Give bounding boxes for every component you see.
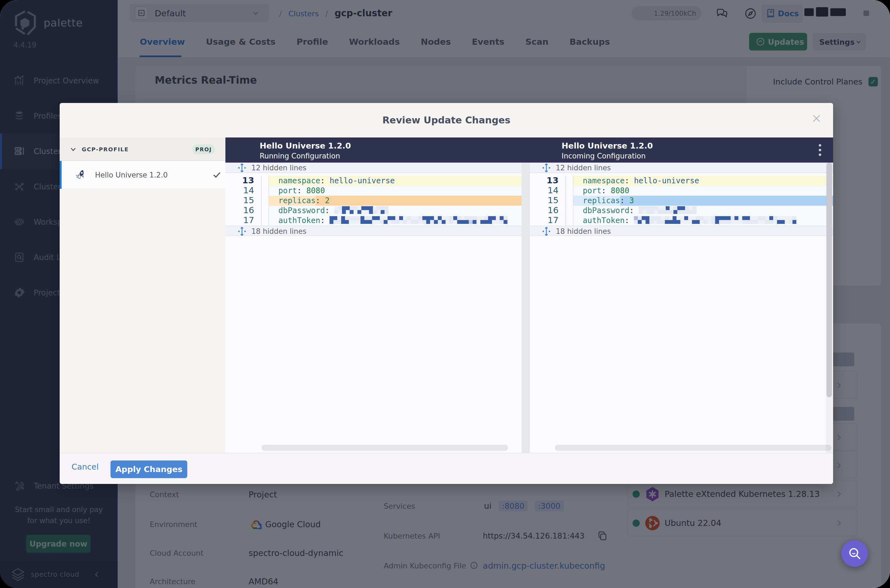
code-line-authtoken: authToken: [573, 216, 833, 225]
gutter-border [261, 186, 262, 196]
pane-divider-scrollbar[interactable] [522, 163, 530, 453]
check-icon [212, 170, 221, 179]
row-spacer [530, 173, 833, 176]
modal-profile-panel: GCP-PROFILE PROJ Hello Universe 1.2.0 [60, 138, 226, 453]
cancel-button[interactable]: Cancel [72, 462, 99, 471]
diff-left-header-group: Hello Universe 1.2.0 Running Configurati… [260, 140, 351, 160]
text-label: 8080 [611, 186, 629, 195]
diff-pane-incoming: 12 hidden lines 13 namespace: hello-univ… [530, 163, 833, 453]
text-label: dbPassword [278, 206, 325, 215]
line-number: 13 [226, 175, 254, 185]
code-line-replicas-new: replicas: 3 [573, 196, 833, 206]
rocket-icon [75, 169, 87, 181]
line-number: 13 [530, 175, 559, 185]
modal-footer: Cancel Apply Changes [60, 453, 833, 484]
gutter-border [565, 216, 566, 225]
diff-right-header-group: Hello Universe 1.2.0 Incoming Configurat… [562, 140, 653, 160]
line-number: 17 [530, 215, 559, 225]
diff-right-subtitle: Incoming Configuration [562, 151, 653, 160]
profile-scope-badge: PROJ [192, 144, 215, 154]
line-number: 16 [226, 205, 254, 215]
unfold-icon [541, 163, 551, 173]
app-window: Default / Clusters / gcp-cluster 1.29/10… [0, 0, 890, 588]
profile-group-name: GCP-PROFILE [82, 146, 129, 153]
gutter-border [261, 216, 262, 225]
unfold-icon [237, 226, 247, 236]
line-number: 15 [226, 195, 254, 205]
code-line-port: port: 8080 [573, 186, 833, 196]
resource-search-fab[interactable] [841, 540, 868, 567]
profile-version-item[interactable]: Hello Universe 1.2.0 [60, 161, 226, 189]
diff-right-title: Hello Universe 1.2.0 [562, 140, 653, 151]
text-label: 18 hidden lines [556, 227, 611, 236]
code-line-port: port: 8080 [269, 186, 522, 196]
text-label: replicas [583, 196, 620, 205]
text-label: 2 [325, 196, 329, 205]
unfold-icon [541, 226, 551, 236]
gutter-border [261, 196, 262, 206]
review-update-modal: Review Update Changes GCP-PROFILE PROJ H… [60, 103, 833, 484]
code-line-namespace: namespace: hello-universe [269, 176, 522, 186]
text-label: port [278, 186, 297, 195]
diff-header: Hello Universe 1.2.0 Running Configurati… [226, 138, 833, 163]
hidden-lines-row[interactable]: 12 hidden lines [530, 163, 833, 173]
redacted-value [334, 206, 389, 214]
unfold-icon [237, 163, 247, 173]
text-label: hello-universe [634, 176, 699, 185]
diff-left-subtitle: Running Configuration [260, 151, 351, 160]
text-label: 12 hidden lines [556, 164, 611, 172]
text-label: authToken [583, 216, 625, 225]
text-label: 12 hidden lines [251, 164, 306, 172]
redacted-value [329, 216, 508, 224]
profile-version-label: Hello Universe 1.2.0 [95, 171, 168, 179]
line-number: 17 [226, 215, 254, 225]
diff-left-title: Hello Universe 1.2.0 [260, 140, 351, 151]
line-number: 15 [530, 195, 559, 205]
code-line-dbpassword: dbPassword: [269, 206, 522, 216]
horizontal-scrollbar[interactable] [262, 445, 508, 451]
text-label: authToken [278, 216, 320, 225]
profile-group-row[interactable]: GCP-PROFILE PROJ [60, 138, 226, 161]
chevron-down-icon [70, 146, 77, 153]
gutter-border [565, 176, 566, 186]
hidden-lines-row[interactable]: 18 hidden lines [226, 225, 522, 236]
kebab-dot [819, 153, 821, 156]
horizontal-scrollbar[interactable] [555, 445, 831, 451]
diff-added-highlight [620, 196, 833, 206]
magnifier-icon [848, 546, 862, 561]
gutter-border [565, 196, 566, 206]
vertical-scrollbar-thumb[interactable] [827, 163, 832, 397]
close-icon[interactable] [811, 113, 822, 124]
kebab-menu-icon[interactable] [819, 144, 821, 157]
text-label: replicas [278, 196, 316, 205]
code-line-namespace: namespace: hello-universe [573, 176, 833, 186]
code-line-replicas-old: replicas: 2 [269, 196, 522, 206]
gutter-border [261, 176, 262, 186]
text-label: dbPassword [583, 206, 630, 215]
redacted-value [639, 206, 697, 214]
text-label: hello-universe [329, 176, 395, 185]
gutter-border [565, 186, 566, 196]
kebab-dot [819, 144, 821, 147]
text-label: 18 hidden lines [251, 227, 306, 236]
kebab-dot [819, 149, 821, 151]
text-label: namespace [583, 176, 625, 185]
gutter-border [261, 206, 262, 216]
code-line-authtoken: authToken: [269, 216, 522, 225]
redacted-value [634, 216, 800, 224]
row-spacer [226, 173, 522, 176]
line-number: 14 [226, 185, 254, 195]
text-label: namespace [278, 176, 320, 185]
modal-title: Review Update Changes [60, 103, 833, 138]
hidden-lines-row[interactable]: 12 hidden lines [226, 163, 522, 173]
vertical-scrollbar[interactable] [826, 163, 833, 453]
hidden-lines-row[interactable]: 18 hidden lines [530, 225, 833, 236]
line-number: 14 [530, 185, 559, 195]
line-number: 16 [530, 205, 559, 215]
diff-viewer: Hello Universe 1.2.0 Running Configurati… [226, 138, 833, 453]
diff-pane-running: 12 hidden lines 13 namespace: hello-univ… [226, 163, 522, 453]
text-label: 8080 [306, 186, 325, 195]
apply-changes-button[interactable]: Apply Changes [110, 460, 187, 478]
diff-removed-highlight [316, 196, 522, 206]
code-line-dbpassword: dbPassword: [573, 206, 833, 216]
